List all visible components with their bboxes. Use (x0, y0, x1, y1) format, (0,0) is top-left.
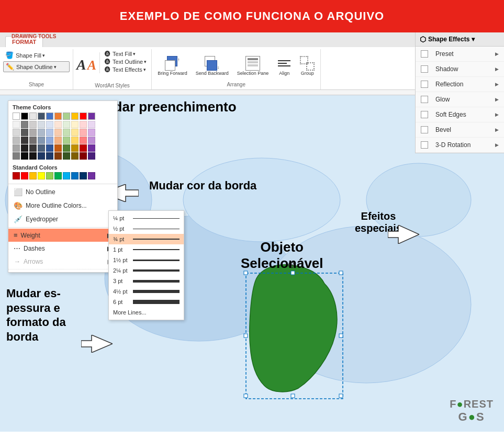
theme-shade-swatch[interactable] (29, 137, 37, 144)
theme-shade-swatch[interactable] (80, 129, 87, 136)
std-color-swatch[interactable] (29, 172, 37, 179)
dashes-item[interactable]: ⋯ Dashes ▶ (8, 242, 117, 255)
std-color-swatch[interactable] (46, 172, 53, 179)
shape-effect-reflection[interactable]: Reflection▶ (416, 77, 504, 92)
shape-effect-preset[interactable]: Preset▶ (416, 47, 504, 62)
theme-color-swatch[interactable] (46, 112, 53, 120)
theme-shade-swatch[interactable] (54, 144, 62, 152)
selection-pane-btn[interactable]: Selection Pane (234, 54, 272, 78)
shape-fill-btn[interactable]: 🪣 Shape Fill ▾ (3, 50, 70, 60)
std-color-swatch[interactable] (63, 172, 70, 179)
shape-effect-checkbox-soft-edges[interactable] (421, 111, 428, 118)
std-color-swatch[interactable] (54, 172, 62, 179)
theme-shade-swatch[interactable] (63, 137, 70, 144)
theme-shade-swatch[interactable] (88, 152, 95, 160)
theme-color-swatch[interactable] (80, 112, 87, 120)
theme-shade-swatch[interactable] (54, 129, 62, 136)
weight-option[interactable]: ½ pt (109, 223, 184, 234)
theme-shade-swatch[interactable] (63, 152, 70, 160)
weight-option[interactable]: ¾ pt (109, 234, 184, 244)
theme-shade-swatch[interactable] (54, 121, 62, 128)
theme-shade-swatch[interactable] (38, 152, 45, 160)
theme-color-swatch[interactable] (38, 112, 45, 120)
theme-shade-swatch[interactable] (46, 152, 53, 160)
shape-effects-header[interactable]: ⬡ Shape Effects ▾ (416, 32, 504, 47)
theme-shade-swatch[interactable] (80, 137, 87, 144)
theme-shade-swatch[interactable] (38, 129, 45, 136)
theme-color-swatch[interactable] (13, 112, 20, 120)
theme-shade-swatch[interactable] (21, 144, 28, 152)
theme-shade-swatch[interactable] (63, 129, 70, 136)
theme-shade-swatch[interactable] (88, 129, 95, 136)
theme-shade-swatch[interactable] (63, 144, 70, 152)
theme-color-swatch[interactable] (63, 112, 70, 120)
shape-effect-checkbox-preset[interactable] (421, 50, 428, 58)
theme-shade-swatch[interactable] (80, 144, 87, 152)
theme-color-swatch[interactable] (54, 112, 62, 120)
theme-shade-swatch[interactable] (71, 137, 79, 144)
theme-shade-swatch[interactable] (13, 152, 20, 160)
theme-shade-swatch[interactable] (29, 129, 37, 136)
text-effects-btn[interactable]: 🅐 Text Effects ▾ (103, 66, 148, 73)
weight-option[interactable]: More Lines... (109, 307, 184, 318)
theme-shade-swatch[interactable] (13, 144, 20, 152)
theme-shade-swatch[interactable] (21, 137, 28, 144)
theme-shade-swatch[interactable] (46, 121, 53, 128)
theme-shade-swatch[interactable] (13, 121, 20, 128)
eyedropper-item[interactable]: 💉 Eyedropper (8, 212, 117, 226)
bring-forward-btn[interactable]: ↑ Bring Forward (155, 54, 190, 78)
std-color-swatch[interactable] (38, 172, 45, 179)
theme-shade-swatch[interactable] (38, 121, 45, 128)
theme-shade-swatch[interactable] (88, 121, 95, 128)
weight-option[interactable]: 1 pt (109, 244, 184, 255)
weight-option[interactable]: 6 pt (109, 297, 184, 307)
theme-shade-swatch[interactable] (29, 144, 37, 152)
text-outline-btn[interactable]: 🅐 Text Outline ▾ (103, 58, 148, 65)
theme-shade-swatch[interactable] (88, 137, 95, 144)
theme-shade-swatch[interactable] (29, 121, 37, 128)
shape-effect-shadow[interactable]: Shadow▶ (416, 62, 504, 77)
theme-shade-swatch[interactable] (46, 129, 53, 136)
theme-shade-swatch[interactable] (21, 129, 28, 136)
theme-shade-swatch[interactable] (21, 121, 28, 128)
theme-shade-swatch[interactable] (38, 137, 45, 144)
shape-effect-checkbox-3d-rotation[interactable] (421, 141, 428, 149)
weight-option[interactable]: 4½ pt (109, 286, 184, 297)
std-color-swatch[interactable] (88, 172, 95, 179)
no-outline-item[interactable]: ⬜ No Outline (8, 185, 117, 199)
theme-color-swatch[interactable] (71, 112, 79, 120)
weight-option[interactable]: 1½ pt (109, 255, 184, 265)
theme-color-swatch[interactable] (21, 112, 28, 120)
theme-color-swatch[interactable] (88, 112, 95, 120)
theme-shade-swatch[interactable] (21, 152, 28, 160)
shape-effect-glow[interactable]: Glow▶ (416, 92, 504, 107)
theme-shade-swatch[interactable] (29, 152, 37, 160)
more-outline-item[interactable]: 🎨 More Outline Colors... (8, 199, 117, 212)
std-color-swatch[interactable] (80, 172, 87, 179)
text-fill-btn[interactable]: 🅐 Text Fill ▾ (103, 50, 148, 58)
theme-shade-swatch[interactable] (46, 137, 53, 144)
send-backward-btn[interactable]: ↓ Send Backward (193, 54, 231, 78)
theme-shade-swatch[interactable] (88, 144, 95, 152)
align-btn[interactable]: Align (274, 54, 294, 77)
theme-shade-swatch[interactable] (13, 137, 20, 144)
theme-shade-swatch[interactable] (71, 152, 79, 160)
theme-color-swatch[interactable] (29, 112, 37, 120)
shape-effect-checkbox-shadow[interactable] (421, 65, 428, 73)
theme-shade-swatch[interactable] (71, 144, 79, 152)
theme-shade-swatch[interactable] (54, 152, 62, 160)
theme-shade-swatch[interactable] (63, 121, 70, 128)
weight-option[interactable]: ¼ pt (109, 213, 184, 223)
theme-shade-swatch[interactable] (71, 121, 79, 128)
group-btn[interactable]: Group (297, 54, 317, 77)
shape-effect-checkbox-reflection[interactable] (421, 81, 428, 88)
shape-effect-checkbox-bevel[interactable] (421, 126, 428, 133)
shape-effect-3d-rotation[interactable]: 3-D Rotation▶ (416, 138, 504, 153)
theme-shade-swatch[interactable] (80, 152, 87, 160)
theme-shade-swatch[interactable] (71, 129, 79, 136)
weight-option[interactable]: 2¼ pt (109, 265, 184, 276)
theme-shade-swatch[interactable] (38, 144, 45, 152)
std-color-swatch[interactable] (71, 172, 79, 179)
weight-option[interactable]: 3 pt (109, 276, 184, 286)
theme-shade-swatch[interactable] (13, 129, 20, 136)
